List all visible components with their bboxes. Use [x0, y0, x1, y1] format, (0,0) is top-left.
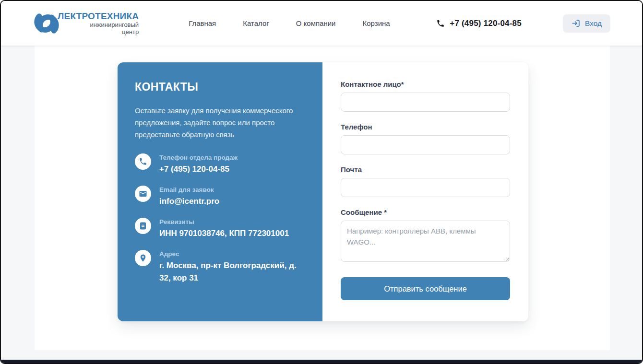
- contact-item-label: Телефон отдела продаж: [159, 154, 238, 161]
- contact-item-text: Email для заявок info@icentr.pro: [159, 186, 219, 208]
- contact-form: Контактное лицо* Телефон Почта Сообщение…: [322, 62, 528, 321]
- contacts-info-pane: КОНТАКТЫ Оставьте заявку для получения к…: [118, 62, 322, 321]
- email-label: Почта: [341, 165, 510, 174]
- document-icon: [135, 218, 151, 234]
- contacts-card: КОНТАКТЫ Оставьте заявку для получения к…: [118, 62, 528, 321]
- header-phone-link[interactable]: +7 (495) 120-04-85: [436, 19, 522, 28]
- login-button-label: Вход: [585, 19, 602, 28]
- phone-icon: [135, 153, 151, 170]
- contact-item-requisites: Реквизиты ИНН 9701038746, КПП 772301001: [135, 218, 305, 240]
- contact-item-label: Адрес: [159, 250, 305, 258]
- page-body: КОНТАКТЫ Оставьте заявку для получения к…: [1, 46, 642, 363]
- header-phone-number: +7 (495) 120-04-85: [450, 19, 522, 28]
- contact-item-text: Телефон отдела продаж +7 (495) 120-04-85: [159, 153, 238, 176]
- login-button[interactable]: Вход: [563, 14, 610, 33]
- email-icon: [135, 186, 151, 202]
- content-panel: КОНТАКТЫ Оставьте заявку для получения к…: [35, 46, 610, 350]
- contact-item-phone: Телефон отдела продаж +7 (495) 120-04-85: [135, 153, 305, 176]
- login-icon: [572, 19, 581, 28]
- contact-item-email: Email для заявок info@icentr.pro: [135, 186, 305, 208]
- site-header: ЛЕКТРОТЕХНИКА инжиниринговый центр Главн…: [1, 1, 642, 46]
- location-icon: [135, 250, 151, 266]
- footer-bar: [1, 360, 642, 363]
- nav-item-cart[interactable]: Корзина: [363, 19, 390, 27]
- phone-icon: [436, 19, 445, 28]
- message-textarea[interactable]: [341, 221, 510, 262]
- nav-item-about[interactable]: О компании: [296, 19, 336, 27]
- logo-text: ЛЕКТРОТЕХНИКА инжиниринговый центр: [58, 12, 139, 35]
- contact-person-input[interactable]: [341, 93, 510, 112]
- contact-email-value[interactable]: info@icentr.pro: [159, 195, 219, 208]
- nav-item-catalog[interactable]: Каталог: [243, 19, 269, 27]
- contacts-description: Оставьте заявку для получения коммерческ…: [135, 105, 305, 141]
- contact-item-label: Email для заявок: [159, 186, 219, 193]
- logo[interactable]: ЛЕКТРОТЕХНИКА инжиниринговый центр: [33, 10, 139, 37]
- contact-requisites-value: ИНН 9701038746, КПП 772301001: [159, 227, 289, 240]
- phone-input[interactable]: [341, 135, 510, 154]
- page-frame: ЛЕКТРОТЕХНИКА инжиниринговый центр Главн…: [0, 0, 643, 364]
- logo-subtitle-line1: инжиниринговый: [90, 21, 139, 28]
- contact-item-text: Реквизиты ИНН 9701038746, КПП 772301001: [159, 218, 289, 240]
- nav-item-home[interactable]: Главная: [189, 19, 216, 27]
- submit-button[interactable]: Отправить сообщение: [341, 277, 510, 300]
- contact-item-address: Адрес г. Москва, пр-кт Волгоградский, д.…: [135, 250, 305, 284]
- contact-item-text: Адрес г. Москва, пр-кт Волгоградский, д.…: [159, 250, 305, 284]
- logo-mark-icon: [33, 10, 60, 37]
- phone-label: Телефон: [341, 123, 510, 131]
- email-input[interactable]: [341, 178, 510, 197]
- contact-phone-value[interactable]: +7 (495) 120-04-85: [159, 163, 238, 176]
- logo-subtitle-line2: центр: [122, 28, 139, 35]
- message-label: Сообщение *: [341, 208, 510, 216]
- contacts-title: КОНТАКТЫ: [135, 81, 305, 94]
- contact-item-label: Реквизиты: [159, 218, 289, 225]
- main-nav: Главная Каталог О компании Корзина: [189, 19, 390, 27]
- contact-person-label: Контактное лицо*: [341, 80, 510, 88]
- logo-title: ЛЕКТРОТЕХНИКА: [58, 12, 139, 21]
- contact-address-value: г. Москва, пр-кт Волгоградский, д. 32, к…: [159, 259, 305, 284]
